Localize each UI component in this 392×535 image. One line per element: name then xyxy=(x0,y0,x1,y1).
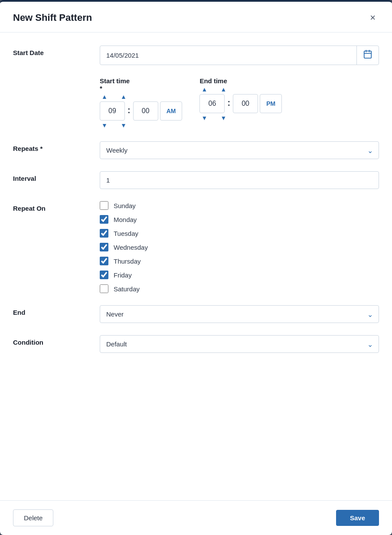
start-time-group: Start time * ▲ ▲ : AM xyxy=(100,77,182,129)
saturday-label: Saturday xyxy=(114,285,140,293)
list-item: Friday xyxy=(100,271,379,279)
tuesday-checkbox[interactable] xyxy=(100,229,108,238)
tuesday-label: Tuesday xyxy=(114,230,138,237)
condition-select[interactable]: Default Custom xyxy=(100,335,379,353)
start-date-label: Start Date xyxy=(13,46,100,56)
start-date-input[interactable] xyxy=(100,47,356,63)
repeats-control: Weekly Daily Monthly ⌄ xyxy=(100,141,379,159)
delete-button[interactable]: Delete xyxy=(13,509,53,526)
end-hour-up-button[interactable]: ▲ xyxy=(199,85,209,93)
save-button[interactable]: Save xyxy=(336,510,379,526)
wednesday-label: Wednesday xyxy=(114,244,148,251)
list-item: Wednesday xyxy=(100,243,379,251)
start-time-separator: : xyxy=(127,105,131,117)
svg-rect-0 xyxy=(364,51,372,59)
interval-row: Interval xyxy=(13,171,379,189)
end-select-wrapper: Never On Date After ⌄ xyxy=(100,305,379,323)
interval-input[interactable] xyxy=(100,171,379,189)
end-hour-input[interactable] xyxy=(199,94,225,113)
start-hour-input[interactable] xyxy=(100,101,125,121)
close-button[interactable]: × xyxy=(366,11,379,24)
days-checkbox-list: Sunday Monday Tuesday Wednesday xyxy=(100,201,379,293)
condition-select-wrapper: Default Custom ⌄ xyxy=(100,335,379,353)
start-ampm-button[interactable]: AM xyxy=(160,101,183,121)
condition-control: Default Custom ⌄ xyxy=(100,335,379,353)
start-hour-down-button[interactable]: ▼ xyxy=(100,121,109,129)
list-item: Saturday xyxy=(100,284,379,293)
end-select[interactable]: Never On Date After xyxy=(100,305,379,323)
repeats-row: Repeats * Weekly Daily Monthly ⌄ xyxy=(13,141,379,159)
repeats-label: Repeats * xyxy=(13,141,100,152)
start-minute-input[interactable] xyxy=(133,101,158,121)
end-minute-input[interactable] xyxy=(233,94,258,113)
start-date-control xyxy=(100,46,379,65)
start-time-up-arrows: ▲ ▲ xyxy=(100,93,136,101)
saturday-checkbox[interactable] xyxy=(100,284,108,293)
interval-control xyxy=(100,171,379,189)
monday-checkbox[interactable] xyxy=(100,215,108,224)
end-minute-down-button[interactable]: ▼ xyxy=(219,114,228,122)
start-hour-up-button[interactable]: ▲ xyxy=(100,93,109,101)
thursday-checkbox[interactable] xyxy=(100,257,108,265)
dialog-body: Start Date xyxy=(0,33,392,500)
list-item: Thursday xyxy=(100,257,379,265)
end-ampm-button[interactable]: PM xyxy=(260,94,282,113)
end-control: Never On Date After ⌄ xyxy=(100,305,379,323)
dialog-title: New Shift Pattern xyxy=(13,12,92,23)
dialog-header: New Shift Pattern × xyxy=(0,2,392,33)
start-time-boxes: : AM xyxy=(100,101,182,121)
end-time-label: End time xyxy=(199,77,227,85)
repeats-select-wrapper: Weekly Daily Monthly ⌄ xyxy=(100,141,379,159)
interval-label: Interval xyxy=(13,171,100,182)
both-times: Start time * ▲ ▲ : AM xyxy=(100,77,379,129)
end-time-boxes: : PM xyxy=(199,94,282,113)
repeats-select[interactable]: Weekly Daily Monthly xyxy=(100,141,379,159)
start-minute-up-button[interactable]: ▲ xyxy=(119,93,128,101)
start-time-down-arrows: ▼ ▼ xyxy=(100,121,136,129)
sunday-checkbox[interactable] xyxy=(100,201,108,210)
calendar-icon-button[interactable] xyxy=(356,46,379,65)
wednesday-checkbox[interactable] xyxy=(100,243,108,251)
list-item: Sunday xyxy=(100,201,379,210)
end-time-separator: : xyxy=(227,98,230,110)
sunday-label: Sunday xyxy=(114,202,136,209)
condition-row: Condition Default Custom ⌄ xyxy=(13,335,379,353)
new-shift-pattern-dialog: New Shift Pattern × Start Date xyxy=(0,0,392,535)
thursday-label: Thursday xyxy=(114,258,141,265)
repeat-on-row: Repeat On Sunday Monday Tuesday xyxy=(13,201,379,293)
start-date-row: Start Date xyxy=(13,46,379,65)
end-time-group: End time ▲ ▲ : PM ▼ xyxy=(199,77,282,129)
end-hour-down-button[interactable]: ▼ xyxy=(199,114,209,122)
repeat-on-control: Sunday Monday Tuesday Wednesday xyxy=(100,201,379,293)
start-time-label: Start time * xyxy=(100,77,130,92)
start-minute-down-button[interactable]: ▼ xyxy=(119,121,128,129)
repeat-on-label: Repeat On xyxy=(13,201,100,212)
date-input-wrapper xyxy=(100,46,379,65)
time-row: Start time * ▲ ▲ : AM xyxy=(13,77,379,129)
end-row: End Never On Date After ⌄ xyxy=(13,305,379,323)
end-label: End xyxy=(13,305,100,316)
list-item: Monday xyxy=(100,215,379,224)
friday-label: Friday xyxy=(114,271,132,279)
dialog-footer: Delete Save xyxy=(0,500,392,535)
end-minute-up-button[interactable]: ▲ xyxy=(219,85,228,93)
end-time-up-arrows: ▲ ▲ xyxy=(199,85,236,93)
list-item: Tuesday xyxy=(100,229,379,238)
friday-checkbox[interactable] xyxy=(100,271,108,279)
monday-label: Monday xyxy=(114,216,137,223)
condition-label: Condition xyxy=(13,335,100,346)
end-time-down-arrows: ▼ ▼ xyxy=(199,114,236,122)
